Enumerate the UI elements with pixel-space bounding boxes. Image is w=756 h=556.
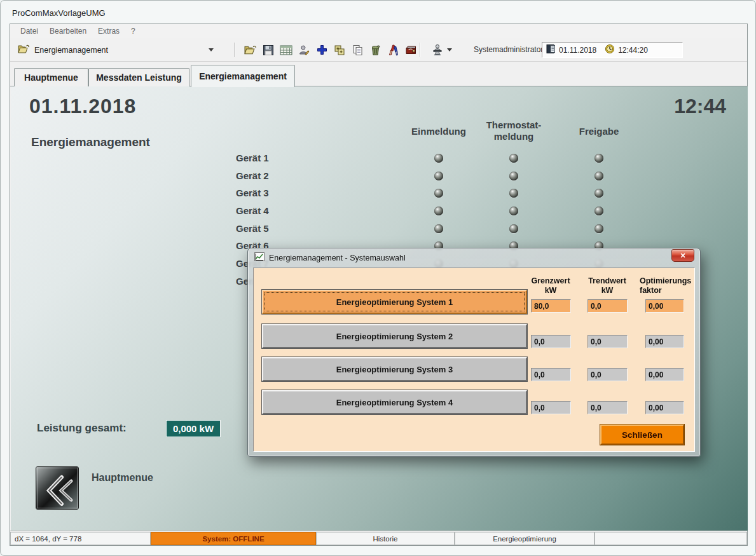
view-selector-value: Energiemanagement bbox=[34, 46, 204, 55]
dialog-titlebar[interactable]: Energiemanagement - Systemauswahl bbox=[248, 248, 700, 268]
view-selector-dropdown[interactable]: Energiemanagement bbox=[14, 42, 221, 58]
tab-energiemanagement[interactable]: Energiemanagement bbox=[191, 65, 295, 87]
calendar-icon bbox=[546, 44, 556, 56]
header-optimierungsfaktor: Optimierungsfaktor bbox=[640, 276, 700, 295]
schliessen-button[interactable]: Schließen bbox=[600, 424, 684, 445]
grenzwert-field-system-2[interactable]: 0,0 bbox=[531, 335, 571, 348]
trendwert-field-system-2[interactable]: 0,0 bbox=[588, 335, 628, 348]
device-row: Gerät 5 bbox=[236, 223, 630, 234]
save-button[interactable] bbox=[261, 43, 276, 57]
dialog-close-button[interactable]: ✕ bbox=[671, 249, 694, 262]
led-einmeldung bbox=[434, 154, 443, 163]
led-einmeldung bbox=[434, 224, 443, 233]
tab-hauptmenue[interactable]: Hauptmenue bbox=[14, 68, 88, 86]
optimierungsfaktor-field-system-4[interactable]: 0,00 bbox=[645, 401, 684, 414]
device-label: Gerät 2 bbox=[236, 170, 269, 181]
led-einmeldung bbox=[434, 207, 443, 215]
toolbar: Energiemanagement bbox=[10, 38, 747, 62]
open-button[interactable] bbox=[243, 43, 258, 57]
page-title: Energiemanagement bbox=[31, 135, 150, 149]
delete-button[interactable] bbox=[368, 43, 383, 57]
current-user-label: Systemadministrator bbox=[474, 45, 543, 54]
system-3-button[interactable]: Energieoptimierung System 3 bbox=[262, 357, 527, 381]
toolbar-time: 12:44:20 bbox=[618, 46, 648, 55]
device-row: Gerät 4 bbox=[236, 205, 630, 217]
led-freigabe bbox=[594, 189, 603, 198]
open-folder-icon bbox=[18, 44, 30, 57]
toolbar-separator bbox=[420, 43, 421, 57]
user-edit-button[interactable] bbox=[296, 43, 312, 57]
dialog-body: GrenzwertkW TrendwertkW Optimierungsfakt… bbox=[253, 268, 695, 452]
toolbar-separator bbox=[234, 43, 235, 57]
led-freigabe bbox=[594, 154, 603, 163]
copy-button[interactable] bbox=[350, 43, 365, 57]
grenzwert-field-system-1[interactable]: 80,0 bbox=[531, 299, 571, 313]
optimierungsfaktor-field-system-3[interactable]: 0,00 bbox=[645, 368, 684, 381]
chevron-down-icon bbox=[209, 48, 214, 51]
workstation-user-button[interactable] bbox=[427, 43, 455, 57]
status-filler bbox=[594, 532, 747, 545]
header-trendwert: TrendwertkW bbox=[579, 276, 635, 295]
table-button[interactable] bbox=[278, 43, 294, 57]
hauptmenue-button-label: Hauptmenue bbox=[92, 472, 153, 484]
tab-strip: Hauptmenue Messdaten Leistung Energieman… bbox=[10, 62, 747, 86]
trendwert-field-system-1[interactable]: 0,0 bbox=[588, 299, 628, 313]
led-einmeldung bbox=[434, 172, 443, 180]
display-time: 12:44 bbox=[674, 95, 726, 118]
device-label: Gerät 1 bbox=[236, 153, 269, 163]
window-title: ProComMaxVorlageUMG bbox=[12, 8, 106, 18]
menu-extras[interactable]: Extras bbox=[92, 25, 125, 37]
chart-icon bbox=[254, 252, 265, 264]
device-label: Gerät 3 bbox=[236, 187, 269, 198]
tab-messdaten-leistung[interactable]: Messdaten Leistung bbox=[88, 68, 189, 86]
trendwert-field-system-4[interactable]: 0,0 bbox=[588, 401, 628, 414]
column-header-thermostatmeldung: Thermostat- meldung bbox=[472, 119, 555, 142]
menu-help[interactable]: ? bbox=[125, 25, 141, 37]
status-energieoptimierung-button[interactable]: Energieoptimierung bbox=[455, 532, 594, 545]
hauptmenue-button[interactable] bbox=[36, 466, 79, 510]
add-button[interactable] bbox=[314, 43, 329, 57]
dialog-title: Energiemanagement - Systemauswahl bbox=[269, 254, 406, 262]
led-einmeldung bbox=[434, 189, 443, 198]
clock-icon bbox=[605, 44, 615, 56]
copy-add-button[interactable] bbox=[332, 43, 347, 57]
total-power-label: Leistung gesamt: bbox=[37, 422, 127, 435]
led-thermostatmeldung bbox=[509, 189, 518, 198]
grenzwert-field-system-3[interactable]: 0,0 bbox=[531, 368, 571, 381]
display-date: 01.11.2018 bbox=[29, 95, 136, 118]
device-row: Gerät 1 bbox=[236, 153, 630, 164]
optimierungsfaktor-field-system-1[interactable]: 0,00 bbox=[645, 299, 684, 313]
device-label: Gerät 5 bbox=[236, 223, 269, 234]
device-row: Gerät 2 bbox=[236, 170, 630, 182]
systemauswahl-dialog: Energiemanagement - Systemauswahl ✕ Gren… bbox=[247, 248, 701, 457]
led-thermostatmeldung bbox=[509, 154, 518, 163]
header-grenzwert: GrenzwertkW bbox=[523, 276, 579, 295]
led-thermostatmeldung bbox=[509, 207, 518, 215]
system-1-button[interactable]: Energieoptimierung System 1 bbox=[262, 290, 527, 314]
status-coordinates: dX = 1064, dY = 778 bbox=[10, 532, 151, 545]
led-freigabe bbox=[594, 207, 603, 215]
status-historie-button[interactable]: Historie bbox=[316, 532, 455, 545]
chevron-down-icon bbox=[447, 48, 452, 51]
led-freigabe bbox=[594, 224, 603, 233]
application-window: ProComMaxVorlageUMG Datei Bearbeiten Ext… bbox=[0, 0, 756, 556]
led-thermostatmeldung bbox=[509, 172, 518, 180]
system-2-button[interactable]: Energieoptimierung System 2 bbox=[262, 324, 527, 348]
menu-bearbeiten[interactable]: Bearbeiten bbox=[44, 25, 92, 37]
column-header-einmeldung: Einmeldung bbox=[397, 126, 480, 137]
archive-button[interactable] bbox=[403, 43, 418, 57]
system-4-button[interactable]: Energieoptimierung System 4 bbox=[262, 390, 527, 414]
trendwert-field-system-3[interactable]: 0,0 bbox=[588, 368, 628, 381]
total-power-value: 0,000 kW bbox=[166, 420, 221, 437]
menu-bar: Datei Bearbeiten Extras ? bbox=[10, 24, 747, 38]
status-system-offline: System: OFFLINE bbox=[151, 532, 316, 545]
optimierungsfaktor-field-system-2[interactable]: 0,00 bbox=[645, 335, 684, 348]
close-icon: ✕ bbox=[680, 252, 685, 260]
device-label: Gerät 4 bbox=[236, 205, 269, 216]
led-thermostatmeldung bbox=[509, 224, 518, 233]
grenzwert-field-system-4[interactable]: 0,0 bbox=[531, 401, 571, 414]
tools-button[interactable] bbox=[385, 43, 401, 57]
led-freigabe bbox=[594, 172, 603, 180]
menu-datei[interactable]: Datei bbox=[15, 25, 44, 37]
toolbar-date: 01.11.2018 bbox=[559, 46, 596, 55]
